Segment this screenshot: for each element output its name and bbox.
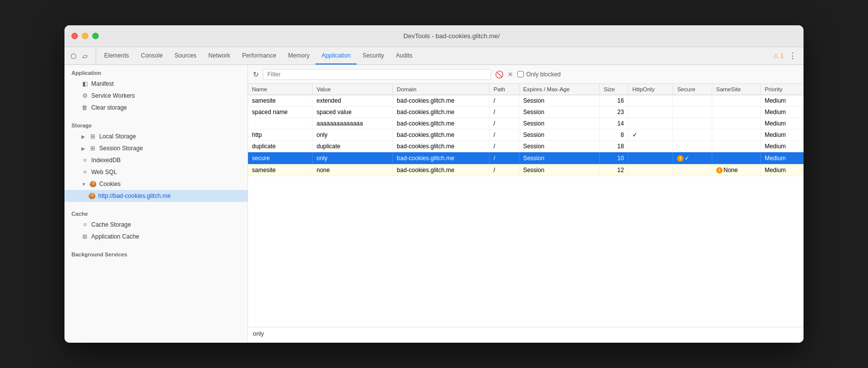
expires-cell: Session: [519, 152, 600, 164]
priority-cell: Medium: [760, 129, 804, 141]
size-cell: 10: [600, 152, 628, 164]
block-icon-button[interactable]: 🚫: [495, 70, 503, 78]
col-priority[interactable]: Priority: [760, 84, 804, 95]
tab-right-controls: ⚠ 1 ⋮: [773, 47, 804, 64]
sidebar-item-local-storage[interactable]: ▶ ⊞ Local Storage: [64, 130, 248, 142]
col-expires[interactable]: Expires / Max-Age: [519, 84, 600, 95]
expires-cell: Session: [519, 129, 600, 141]
only-blocked-label[interactable]: Only blocked: [517, 71, 560, 78]
sidebar-cache-section: Cache: [64, 206, 248, 219]
table-row[interactable]: duplicateduplicatebad-cookies.glitch.me/…: [248, 141, 804, 152]
sidebar-item-cookies-url[interactable]: 🍪 http://bad-cookies.glitch.me: [64, 190, 248, 202]
priority-cell: Medium: [760, 107, 804, 118]
service-workers-icon: ⚙: [81, 92, 88, 99]
secure-cell: [673, 129, 712, 141]
sidebar-manifest-label: Manifest: [91, 80, 114, 87]
cookie-table[interactable]: Name Value Domain Path Expires / Max-Age…: [248, 84, 804, 327]
value-cell: none: [312, 164, 393, 176]
table-row[interactable]: samesitenonebad-cookies.glitch.me/Sessio…: [248, 164, 804, 176]
name-cell: samesite: [248, 164, 312, 176]
sidebar-cookies-url-label: http://bad-cookies.glitch.me: [98, 192, 171, 199]
expires-cell: Session: [519, 107, 600, 118]
preview-value: only: [253, 330, 264, 337]
close-button[interactable]: [71, 33, 78, 39]
table-header-row: Name Value Domain Path Expires / Max-Age…: [248, 84, 804, 95]
domain-cell: bad-cookies.glitch.me: [393, 107, 490, 118]
tab-security[interactable]: Security: [357, 47, 390, 64]
name-cell: samesite: [248, 95, 312, 107]
httponly-cell: [628, 107, 673, 118]
col-secure[interactable]: Secure: [673, 84, 712, 95]
samesite-cell: [712, 129, 760, 141]
refresh-button[interactable]: ↻: [253, 70, 259, 78]
samesite-cell: [712, 118, 760, 129]
local-storage-icon: ⊞: [89, 133, 96, 140]
sidebar-background-section: Background Services: [64, 246, 248, 259]
tab-sources[interactable]: Sources: [169, 47, 202, 64]
sidebar-item-indexeddb[interactable]: ⌗ IndexedDB: [64, 154, 248, 166]
warning-badge: ⚠ 1: [773, 53, 784, 60]
maximize-button[interactable]: [92, 33, 99, 39]
sidebar-item-cookies[interactable]: ▼ 🍪 Cookies: [64, 178, 248, 190]
size-cell: 12: [600, 164, 628, 176]
table-row[interactable]: samesiteextendedbad-cookies.glitch.me/Se…: [248, 95, 804, 107]
sidebar-local-storage-label: Local Storage: [99, 133, 136, 140]
tab-network[interactable]: Network: [202, 47, 236, 64]
table-row[interactable]: httponlybad-cookies.glitch.me/Session8✓M…: [248, 129, 804, 141]
tab-console[interactable]: Console: [135, 47, 169, 64]
col-name[interactable]: Name: [248, 84, 312, 95]
sidebar-item-application-cache[interactable]: ⊞ Application Cache: [64, 231, 248, 243]
minimize-button[interactable]: [82, 33, 88, 39]
value-cell: only: [312, 152, 393, 164]
sidebar-item-clear-storage[interactable]: 🗑 Clear storage: [64, 102, 248, 114]
cookies-arrow: ▼: [81, 182, 86, 187]
device-toolbar-icon[interactable]: ▱: [80, 51, 90, 61]
tab-audits[interactable]: Audits: [390, 47, 418, 64]
filter-bar: ↻ 🚫 ✕ Only blocked: [248, 65, 804, 84]
col-httponly[interactable]: HttpOnly: [628, 84, 673, 95]
table-row[interactable]: spaced namespaced valuebad-cookies.glitc…: [248, 107, 804, 118]
table-row[interactable]: secureonlybad-cookies.glitch.me/Session1…: [248, 152, 804, 164]
col-value[interactable]: Value: [312, 84, 393, 95]
secure-cell: [673, 107, 712, 118]
priority-cell: Medium: [760, 141, 804, 152]
clear-filter-button[interactable]: ✕: [507, 70, 513, 78]
size-cell: 8: [600, 129, 628, 141]
sidebar-item-manifest[interactable]: ◧ Manifest: [64, 78, 248, 90]
size-cell: 16: [600, 95, 628, 107]
tab-performance[interactable]: Performance: [236, 47, 282, 64]
sidebar-item-service-workers[interactable]: ⚙ Service Workers: [64, 90, 248, 102]
col-samesite[interactable]: SameSite: [712, 84, 760, 95]
more-options-button[interactable]: ⋮: [787, 50, 799, 61]
right-panel: ↻ 🚫 ✕ Only blocked Name Value Domain: [248, 65, 804, 343]
tab-elements[interactable]: Elements: [98, 47, 135, 64]
secure-cell: [673, 164, 712, 176]
priority-cell: Medium: [760, 118, 804, 129]
title-bar: DevTools - bad-cookies.glitch.me/: [64, 25, 804, 47]
inspector-icon[interactable]: ⬡: [68, 51, 78, 61]
table-row[interactable]: aaaaaaaaaaaaaabad-cookies.glitch.me/Sess…: [248, 118, 804, 129]
col-size[interactable]: Size: [600, 84, 628, 95]
cookie-rows: samesiteextendedbad-cookies.glitch.me/Se…: [248, 95, 804, 176]
devtools-icons: ⬡ ▱: [68, 47, 96, 64]
only-blocked-checkbox[interactable]: [517, 71, 524, 77]
sidebar-item-session-storage[interactable]: ▶ ⊞ Session Storage: [64, 142, 248, 154]
secure-cell: [673, 118, 712, 129]
sidebar-item-web-sql[interactable]: ⌗ Web SQL: [64, 166, 248, 178]
tab-application[interactable]: Application: [315, 47, 357, 64]
expires-cell: Session: [519, 164, 600, 176]
domain-cell: bad-cookies.glitch.me: [393, 95, 490, 107]
col-domain[interactable]: Domain: [393, 84, 490, 95]
secure-cell: !✓: [673, 152, 712, 164]
samesite-cell: [712, 152, 760, 164]
col-path[interactable]: Path: [490, 84, 519, 95]
sidebar-cache-storage-label: Cache Storage: [91, 221, 131, 228]
cookies-url-icon: 🍪: [88, 192, 95, 199]
name-cell: [248, 118, 312, 129]
name-cell: secure: [248, 152, 312, 164]
sidebar-item-cache-storage[interactable]: ⌗ Cache Storage: [64, 219, 248, 231]
domain-cell: bad-cookies.glitch.me: [393, 129, 490, 141]
tab-memory[interactable]: Memory: [282, 47, 315, 64]
cookies-table-element: Name Value Domain Path Expires / Max-Age…: [248, 84, 804, 176]
filter-input[interactable]: [263, 69, 491, 80]
